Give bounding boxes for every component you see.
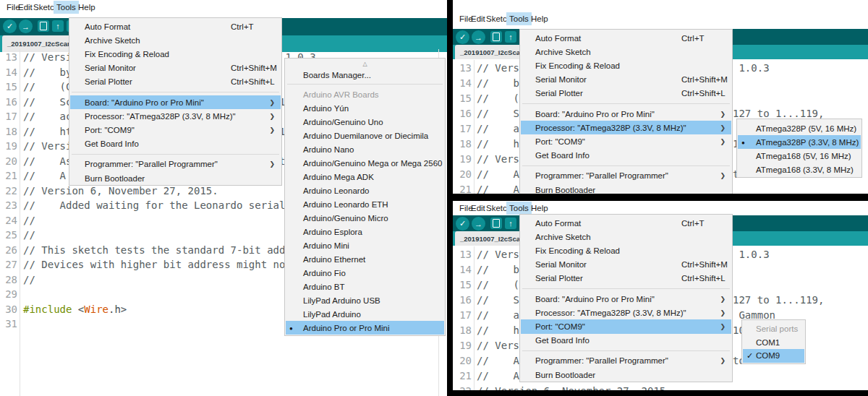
verify-icon[interactable]: ✓	[456, 217, 469, 231]
new-sketch-icon[interactable]	[490, 31, 502, 43]
submenu-item-label: ATmega168 (5V, 16 MHz)	[756, 152, 851, 160]
menu-item-board[interactable]: Board: "Arduino Pro or Pro Mini"❯	[521, 107, 731, 121]
submenu-item-arduino-genuino-mega-or-mega-2560[interactable]: Arduino/Genuino Mega or Mega 2560	[286, 156, 444, 170]
submenu-item-com1[interactable]: COM1	[743, 336, 804, 350]
submenu-item-label: Arduino/Genuino Uno	[303, 118, 383, 126]
line-number: 15	[453, 93, 472, 103]
line-number: 21	[453, 184, 472, 194]
code-text: //	[23, 230, 35, 240]
menu-item-fix-encoding[interactable]: Fix Encoding & Reload	[521, 244, 731, 257]
menu-item-serial-plotter[interactable]: Serial PlotterCtrl+Shift+L	[70, 75, 281, 89]
menu-item-fix-encoding[interactable]: Fix Encoding & Reload	[70, 47, 281, 61]
line-number: 13	[0, 52, 17, 62]
menu-item-shortcut: Ctrl+Shift+L	[231, 77, 275, 86]
upload-icon[interactable]: →	[472, 217, 485, 231]
menu-item-port[interactable]: Port: "COM9"❯	[521, 319, 731, 333]
submenu-item-arduino-mini[interactable]: Arduino Mini	[286, 238, 444, 252]
submenu-item-atmega168-3-3v-8-mhz-[interactable]: ATmega168 (3.3V, 8 MHz)	[738, 163, 861, 176]
menu-item-auto-format[interactable]: Auto FormatCtrl+T	[521, 31, 731, 45]
menu-item-processor[interactable]: Processor: "ATmega328P (3.3V, 8 MHz)"❯	[521, 121, 731, 134]
menu-item-archive-sketch[interactable]: Archive Sketch	[521, 230, 731, 244]
submenu-item-arduino-nano[interactable]: Arduino Nano	[286, 142, 444, 156]
line-number: 13	[453, 63, 472, 73]
menu-item-serial-monitor[interactable]: Serial MonitorCtrl+Shift+M	[521, 258, 731, 272]
menu-item-shortcut: Ctrl+Shift+M	[231, 64, 277, 72]
submenu-item-com9[interactable]: ✓COM9	[743, 349, 804, 363]
submenu-item-arduino-leonardo[interactable]: Arduino Leonardo	[286, 184, 444, 197]
submenu-item-atmega328p-5v-16-mhz-[interactable]: ATmega328P (5V, 16 MHz)	[738, 121, 861, 135]
submenu-item-arduino-genuino-uno[interactable]: Arduino/Genuino Uno	[286, 115, 444, 129]
scroll-up-icon[interactable]: △	[285, 61, 445, 67]
menu-item-archive-sketch[interactable]: Archive Sketch	[521, 45, 731, 59]
sketch-page-glyph	[493, 219, 500, 228]
menu-item-burn-bootloader[interactable]: Burn Bootloader	[521, 183, 731, 194]
panel-port-selection: FileEditSketchToolsHelp✓→↑↓_20191007_I2c…	[453, 201, 868, 390]
submenu-item-lilypad-arduino[interactable]: LilyPad Arduino	[286, 307, 444, 321]
menu-item-processor[interactable]: Processor: "ATmega328P (3.3V, 8 MHz)"❯	[70, 109, 281, 123]
line-number: 15	[453, 280, 472, 290]
upload-icon[interactable]: →	[472, 30, 485, 44]
menu-item-get-board-info[interactable]: Get Board Info	[521, 149, 731, 163]
menu-item-serial-monitor[interactable]: Serial MonitorCtrl+Shift+M	[521, 73, 731, 87]
submenu-item-label: Arduino Pro or Pro Mini	[303, 324, 390, 332]
menu-item-port[interactable]: Port: "COM9"❯	[521, 134, 731, 148]
line-number: 17	[453, 124, 472, 134]
submenu-processor: ATmega328P (5V, 16 MHz)●ATmega328P (3.3V…	[736, 119, 862, 178]
new-sketch-icon[interactable]	[490, 218, 502, 229]
menu-item-burn-bootloader[interactable]: Burn Bootloader	[70, 171, 281, 185]
menubar-item-help[interactable]: Help	[528, 12, 551, 25]
menu-item-serial-plotter[interactable]: Serial PlotterCtrl+Shift+L	[521, 272, 731, 285]
new-sketch-icon[interactable]	[38, 20, 49, 32]
line-number-divider	[20, 49, 20, 396]
menu-item-serial-monitor[interactable]: Serial MonitorCtrl+Shift+M	[70, 61, 281, 75]
submenu-item-arduino-bt[interactable]: Arduino BT	[286, 280, 444, 293]
menubar-item-help[interactable]: Help	[75, 1, 98, 14]
menubar-item-help[interactable]: Help	[528, 202, 551, 215]
submenu-item-arduino-pro-or-pro-mini[interactable]: ●Arduino Pro or Pro Mini	[286, 321, 444, 335]
submenu-item-lilypad-arduino-usb[interactable]: LilyPad Arduino USB	[286, 293, 444, 307]
submenu-item-arduino-y-n[interactable]: Arduino Yún	[286, 101, 444, 115]
menu-item-label: Get Board Info	[535, 336, 590, 345]
open-sketch-icon[interactable]: ↑	[52, 20, 64, 32]
menu-item-fix-encoding[interactable]: Fix Encoding & Reload	[521, 59, 731, 72]
submenu-item-arduino-fio[interactable]: Arduino Fio	[286, 266, 444, 280]
menu-item-label: Auto Format	[85, 22, 130, 31]
submenu-item-arduino-duemilanove-or-diecimila[interactable]: Arduino Duemilanove or Diecimila	[286, 129, 444, 142]
submenu-item-arduino-mega-adk[interactable]: Arduino Mega ADK	[286, 170, 444, 184]
menu-item-auto-format[interactable]: Auto FormatCtrl+T	[521, 216, 731, 230]
submenu-item-arduino-esplora[interactable]: Arduino Esplora	[286, 225, 444, 238]
menu-item-get-board-info[interactable]: Get Board Info	[521, 334, 731, 348]
submenu-arrow-icon: ❯	[269, 126, 275, 134]
menu-item-programmer[interactable]: Programmer: "Parallel Programmer"❯	[521, 169, 731, 183]
menu-item-processor[interactable]: Processor: "ATmega328P (3.3V, 8 MHz)"❯	[521, 306, 731, 319]
menu-item-programmer[interactable]: Programmer: "Parallel Programmer"❯	[70, 158, 281, 171]
submenu-item-boards-manager-[interactable]: Boards Manager...	[286, 68, 444, 82]
menu-item-port[interactable]: Port: "COM9"❯	[70, 123, 281, 137]
submenu-item-atmega328p-3-3v-8-mhz-[interactable]: ●ATmega328P (3.3V, 8 MHz)	[738, 135, 861, 149]
open-sketch-icon[interactable]: ↑	[505, 31, 516, 43]
submenu-item-arduino-leonardo-eth[interactable]: Arduino Leonardo ETH	[286, 197, 444, 211]
menu-item-board[interactable]: Board: "Arduino Pro or Pro Mini"❯	[70, 95, 281, 109]
menu-item-get-board-info[interactable]: Get Board Info	[70, 137, 281, 151]
menu-item-board[interactable]: Board: "Arduino Pro or Pro Mini"❯	[521, 292, 731, 306]
menu-item-auto-format[interactable]: Auto FormatCtrl+T	[70, 20, 281, 33]
menu-item-programmer[interactable]: Programmer: "Parallel Programmer"❯	[521, 354, 731, 368]
open-sketch-icon[interactable]: ↑	[505, 218, 516, 229]
line-number-divider	[474, 60, 475, 194]
submenu-item-arduino-avr-boards: Arduino AVR Boards	[286, 87, 444, 101]
menu-item-archive-sketch[interactable]: Archive Sketch	[70, 33, 281, 47]
verify-icon[interactable]: ✓	[3, 20, 17, 33]
menu-item-burn-bootloader[interactable]: Burn Bootloader	[521, 368, 731, 382]
line-number: 19	[453, 340, 472, 350]
submenu-item-arduino-genuino-micro[interactable]: Arduino/Genuino Micro	[286, 211, 444, 225]
submenu-item-atmega168-5v-16-mhz-[interactable]: ATmega168 (5V, 16 MHz)	[738, 149, 861, 163]
submenu-item-serial-ports: Serial ports	[743, 322, 804, 336]
submenu-arrow-icon: ❯	[720, 111, 726, 118]
menu-item-serial-plotter[interactable]: Serial PlotterCtrl+Shift+L	[521, 87, 731, 100]
verify-icon[interactable]: ✓	[456, 30, 469, 44]
upload-icon[interactable]: →	[19, 20, 33, 33]
line-number: 30	[0, 304, 17, 314]
menu-item-label: Archive Sketch	[85, 36, 140, 45]
submenu-item-arduino-ethernet[interactable]: Arduino Ethernet	[286, 252, 444, 266]
submenu-arrow-icon: ❯	[269, 113, 275, 120]
